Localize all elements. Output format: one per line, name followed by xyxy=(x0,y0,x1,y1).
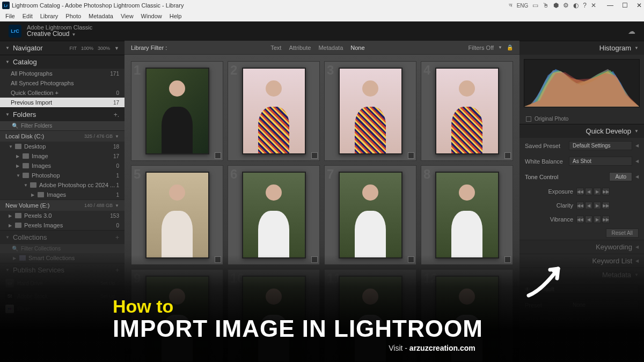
quickdevelop-header[interactable]: Quick Develop ▼ xyxy=(519,124,644,138)
filter-none[interactable]: None xyxy=(350,45,364,51)
filters-off[interactable]: Filters Off xyxy=(469,45,494,51)
filter-text[interactable]: Text xyxy=(270,45,281,51)
nav-100[interactable]: 100% xyxy=(81,46,93,51)
publish-service[interactable]: ••Flickr xyxy=(0,302,125,315)
publish-header[interactable]: ▼ Publish Services + xyxy=(0,263,125,277)
add-collection-icon[interactable]: + xyxy=(115,234,119,241)
original-photo-toggle[interactable]: Original Photo xyxy=(519,114,644,124)
catalog-item[interactable]: Quick Collection +0 xyxy=(0,88,125,98)
help-icon[interactable]: ? xyxy=(583,2,587,9)
thumbnail[interactable] xyxy=(339,172,402,258)
thumbnail[interactable] xyxy=(435,276,499,362)
grid-cell[interactable]: 4 xyxy=(421,61,513,161)
wb-dropdown[interactable]: As Shot xyxy=(569,157,632,166)
step-button[interactable]: ◀ xyxy=(585,216,592,223)
step-button[interactable]: ◀◀ xyxy=(576,202,584,209)
folder-row[interactable]: ▼Adobe Photoshop cc 2024 ...1 xyxy=(0,180,125,190)
eye-icon[interactable]: 👁 xyxy=(525,286,530,292)
tray-icon[interactable]: ◐ xyxy=(573,2,579,9)
disk-row[interactable]: New Volume (E:)140 / 488 GB▼ xyxy=(0,200,125,211)
minimize-button[interactable]: — xyxy=(607,2,613,9)
grid-cell[interactable]: 10 xyxy=(228,269,320,362)
checkbox-icon[interactable] xyxy=(526,116,531,122)
close-button[interactable]: ✕ xyxy=(636,2,642,9)
menu-view[interactable]: View xyxy=(118,12,137,20)
thumbnail[interactable] xyxy=(339,276,402,362)
grid-cell[interactable]: 6 xyxy=(228,165,320,265)
disk-row[interactable]: Local Disk (C:)325 / 476 GB▼ xyxy=(0,130,125,142)
filter-metadata[interactable]: Metadata xyxy=(318,45,343,51)
step-button[interactable]: ▶▶ xyxy=(602,216,610,223)
chevron-down-icon[interactable]: ▼ xyxy=(114,46,119,51)
step-button[interactable]: ◀◀ xyxy=(576,216,584,223)
step-button[interactable]: ▶▶ xyxy=(602,188,610,195)
menu-help[interactable]: Help xyxy=(166,12,185,20)
grid-cell[interactable]: 2 xyxy=(228,61,320,161)
menu-window[interactable]: Window xyxy=(138,12,165,20)
catalog-header[interactable]: ▼ Catalog xyxy=(0,55,125,69)
grid-cell[interactable]: 3 xyxy=(324,61,416,161)
thumbnail[interactable] xyxy=(145,68,209,154)
grid-cell[interactable]: 1 xyxy=(131,61,223,161)
folder-filter[interactable]: 🔍Filter Folders xyxy=(0,121,125,130)
histogram-header[interactable]: Histogram ▼ xyxy=(519,41,644,55)
folder-row[interactable]: ▶Image17 xyxy=(0,151,125,161)
chevron-down-icon[interactable]: ▼ xyxy=(71,32,76,37)
add-folder-icon[interactable]: +. xyxy=(114,111,119,119)
filter-attribute[interactable]: Attribute xyxy=(289,45,311,51)
chevron-icon[interactable]: ◀ xyxy=(635,174,639,179)
grid-cell[interactable]: 7 xyxy=(324,165,416,265)
nav-fit[interactable]: FIT xyxy=(70,46,77,51)
cloud-icon[interactable]: ☁ xyxy=(628,27,635,35)
folder-row[interactable]: ▼Desktop18 xyxy=(0,142,125,151)
thumbnail[interactable] xyxy=(242,68,306,154)
step-button[interactable]: ◀ xyxy=(585,202,592,209)
chevron-down-icon[interactable]: ▼ xyxy=(498,45,502,50)
publish-service[interactable]: ▭Hard DriveSet Up... xyxy=(0,277,125,290)
collections-header[interactable]: ▼ Collections + xyxy=(0,230,125,244)
thumbnail[interactable] xyxy=(145,276,209,362)
grid-cell[interactable]: 9 xyxy=(131,269,223,362)
folder-row[interactable]: ▶Images0 xyxy=(0,161,125,171)
metadata-header[interactable]: Metadata▼ xyxy=(519,268,644,282)
step-button[interactable]: ◀◀ xyxy=(576,188,584,195)
step-button[interactable]: ◀ xyxy=(585,188,592,195)
grid-cell[interactable]: 5 xyxy=(131,165,223,265)
step-button[interactable]: ▶ xyxy=(594,202,601,209)
tray-icon[interactable]: 🖱 xyxy=(543,2,549,9)
tray-icon[interactable]: ▭ xyxy=(532,2,538,9)
lang-indicator-1[interactable]: অ xyxy=(509,2,513,9)
step-button[interactable]: ▶ xyxy=(594,216,601,223)
folder-row[interactable]: ▶Images1 xyxy=(0,190,125,200)
nav-300[interactable]: 300% xyxy=(98,46,110,51)
chevron-icon[interactable]: ◀ xyxy=(635,159,639,164)
lang-indicator-2[interactable]: ENG xyxy=(517,3,529,9)
step-button[interactable]: ▶▶ xyxy=(602,202,610,209)
preset-dropdown[interactable]: Default Settings xyxy=(569,141,632,150)
add-publish-icon[interactable]: + xyxy=(115,267,119,274)
collection-filter[interactable]: 🔍Filter Collections xyxy=(0,244,125,253)
menu-file[interactable]: File xyxy=(2,12,18,20)
folders-header[interactable]: ▼ Folders +. xyxy=(0,107,125,121)
smart-collections[interactable]: ▶Smart Collections xyxy=(0,253,125,263)
folder-row[interactable]: ▶Pexels Images0 xyxy=(0,220,125,230)
tray-icon[interactable]: ⬢ xyxy=(553,2,559,9)
folder-row[interactable]: ▼Photoshop1 xyxy=(0,171,125,180)
catalog-item-selected[interactable]: Previous Import17 xyxy=(0,98,125,107)
grid-cell[interactable]: 12 xyxy=(421,269,513,362)
thumbnail[interactable] xyxy=(435,172,499,258)
thumbnail[interactable] xyxy=(242,276,306,362)
thumbnail[interactable] xyxy=(242,172,306,258)
brand-big[interactable]: Creative Cloud xyxy=(27,30,69,38)
menu-edit[interactable]: Edit xyxy=(19,12,36,20)
thumbnail[interactable] xyxy=(339,68,402,154)
keywordlist-header[interactable]: Keyword List◀ xyxy=(519,254,644,268)
menu-metadata[interactable]: Metadata xyxy=(85,12,116,20)
navigator-header[interactable]: ▼ Navigator FIT 100% 300% ▼ xyxy=(0,41,125,55)
auto-tone-button[interactable]: Auto xyxy=(609,172,632,181)
menu-photo[interactable]: Photo xyxy=(62,12,84,20)
lock-icon[interactable]: 🔒 xyxy=(507,45,513,50)
thumbnail[interactable] xyxy=(435,68,499,154)
grid-cell[interactable]: 8 xyxy=(421,165,513,265)
thumbnail[interactable] xyxy=(145,172,209,258)
